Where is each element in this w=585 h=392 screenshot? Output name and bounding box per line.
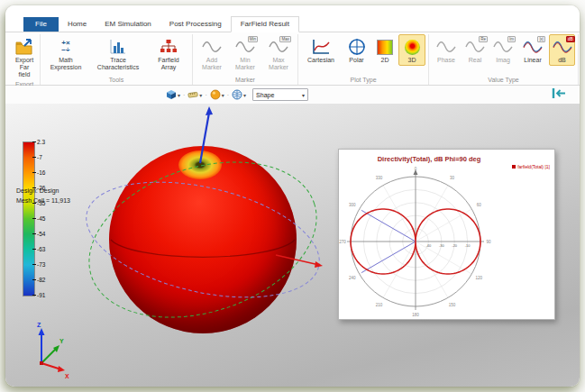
color-scale-tick: -16: [36, 169, 45, 176]
min-marker-button[interactable]: Min Min Marker: [229, 34, 261, 73]
y-axis-label: Y: [59, 338, 64, 344]
svg-text:150: 150: [449, 303, 456, 307]
tab-file[interactable]: File: [23, 17, 59, 32]
color-scale-tick: -82: [36, 277, 45, 283]
cartesian-button[interactable]: Cartesian: [301, 34, 341, 66]
svg-text:60: 60: [477, 203, 482, 207]
farfield-array-button[interactable]: Farfield Array: [148, 34, 189, 73]
scene-3d-tool-button[interactable]: ▾: [166, 89, 180, 100]
color-scale-tick: 2.3: [36, 139, 45, 145]
viewport-3d[interactable]: Design: Design Mesh Cell = 11,913 2.3-7-…: [5, 104, 580, 387]
bar-chart-icon: [109, 37, 127, 57]
globe-tool-button[interactable]: ▾: [232, 89, 246, 100]
export-farfield-button[interactable]: Export Far field: [12, 34, 37, 80]
polar-plot-legend: farfield(Total) [1]: [512, 164, 550, 169]
cartesian-plot-icon: [311, 37, 331, 57]
linear-wave-icon: |x|: [523, 37, 543, 57]
color-scale-tick: -45: [36, 215, 45, 222]
real-button[interactable]: Re Real: [462, 34, 489, 66]
chevron-down-icon: ▾: [243, 92, 246, 98]
min-marker-wave-icon: Min: [235, 37, 255, 57]
z-axis-label: Z: [37, 322, 41, 328]
tab-post-processing[interactable]: Post Processing: [160, 17, 231, 32]
polar-plot-title: Directivity(Total), dB Phi=90 deg: [339, 155, 519, 163]
imag-button[interactable]: Im Imag: [489, 34, 516, 66]
real-wave-icon: Re: [465, 37, 485, 57]
svg-text:-40: -40: [426, 243, 433, 248]
plot-2d-icon: [377, 37, 393, 57]
polar-button[interactable]: Polar: [342, 34, 371, 66]
ribbon-group-value-type: Phase Re Real Im Imag: [429, 34, 579, 85]
polar-chart: 0306090120150180210240270300330-10-20-30…: [339, 150, 553, 317]
mesh-cell-label: Mesh Cell = 11,913: [16, 196, 70, 206]
svg-text:90: 90: [486, 240, 491, 244]
x-axis-label: X: [65, 373, 69, 379]
db-wave-icon: dB: [553, 37, 572, 57]
svg-text:270: 270: [339, 240, 346, 244]
add-marker-button[interactable]: Add Marker: [196, 34, 228, 73]
globe-icon: [232, 89, 242, 100]
color-scale-tick: -7: [36, 154, 42, 160]
legend-swatch: [512, 165, 516, 169]
screenshot: File Home EM Simulation Post Processing …: [0, 0, 585, 392]
ribbon: Export Far field Export +×−÷ Math Expres…: [5, 32, 580, 86]
group-label-marker: Marker: [196, 76, 295, 85]
svg-text:300: 300: [349, 203, 356, 207]
tab-home[interactable]: Home: [59, 17, 96, 32]
axis-triad: Z Y X: [37, 322, 69, 379]
phase-button[interactable]: Phase: [432, 34, 461, 66]
farfield-sphere-tool-button[interactable]: ▾: [210, 89, 224, 100]
export-farfield-label: Export Far field: [14, 57, 34, 78]
trace-characteristics-button[interactable]: Trace Characteristics: [89, 34, 147, 73]
svg-text:330: 330: [376, 176, 383, 180]
svg-text:-20: -20: [452, 243, 458, 248]
ribbon-group-export: Export Far field Export: [9, 34, 41, 85]
math-expression-icon: +×−÷: [61, 37, 69, 57]
svg-text:120: 120: [475, 276, 482, 280]
radiation-pattern-null-dimple: [178, 150, 222, 179]
math-expression-button[interactable]: +×−÷ Math Expression: [43, 34, 88, 73]
chevron-down-icon: ▾: [199, 92, 202, 98]
svg-text:210: 210: [376, 303, 383, 307]
ribbon-group-category: Directivity ▾ Total ▾ Category: [579, 34, 580, 85]
design-name-label: Design: Design: [16, 187, 70, 196]
tab-farfield-result[interactable]: FarField Result: [231, 16, 299, 32]
legend-series-label: farfield(Total) [1]: [517, 164, 550, 169]
tab-em-simulation[interactable]: EM Simulation: [96, 17, 160, 32]
svg-text:30: 30: [450, 176, 455, 180]
svg-text:180: 180: [412, 313, 419, 317]
polar-plot-icon: [348, 37, 366, 57]
array-tree-icon: [160, 37, 178, 57]
svg-text:-30: -30: [439, 243, 445, 248]
polar-plot-window[interactable]: 0306090120150180210240270300330-10-20-30…: [338, 149, 555, 320]
shape-dropdown[interactable]: Shape ▾: [252, 88, 308, 101]
ruler-icon: [187, 89, 198, 100]
view-toolbar: ▾ · ▾ · ▾ · ▾ Shape ▾: [5, 86, 580, 104]
phase-wave-icon: [436, 37, 456, 57]
linear-button[interactable]: |x| Linear: [517, 34, 548, 66]
sphere-orange-icon: [210, 89, 221, 100]
color-scale-tick: -63: [36, 246, 45, 252]
ribbon-group-marker: Add Marker Min Min Marker Max Max Marker: [193, 34, 298, 85]
exit-icon[interactable]: [551, 87, 567, 104]
db-button[interactable]: dB dB: [549, 34, 575, 66]
add-marker-wave-icon: [202, 37, 222, 57]
svg-text:0: 0: [415, 167, 417, 171]
group-label-value-type: Value Type: [432, 76, 575, 85]
chevron-down-icon: ▾: [178, 92, 180, 98]
plot-2d-button[interactable]: 2D: [372, 34, 398, 66]
export-folder-icon: [14, 37, 34, 57]
plot-3d-button[interactable]: 3D: [398, 34, 425, 66]
svg-text:240: 240: [349, 276, 356, 280]
measure-tool-button[interactable]: ▾: [187, 89, 202, 100]
svg-text:-10: -10: [465, 243, 471, 248]
color-scale-tick: -73: [36, 261, 45, 268]
app-window: File Home EM Simulation Post Processing …: [5, 5, 580, 387]
max-marker-button[interactable]: Max Max Marker: [262, 34, 295, 73]
ribbon-tab-bar: File Home EM Simulation Post Processing …: [5, 14, 580, 32]
ribbon-group-tools: +×−÷ Math Expression Trace Characteristi…: [41, 34, 193, 85]
group-label-plot-type: Plot Type: [301, 76, 425, 85]
cube-icon: [166, 89, 177, 100]
design-info: Design: Design Mesh Cell = 11,913: [16, 187, 70, 205]
chevron-down-icon: ▾: [222, 92, 224, 98]
